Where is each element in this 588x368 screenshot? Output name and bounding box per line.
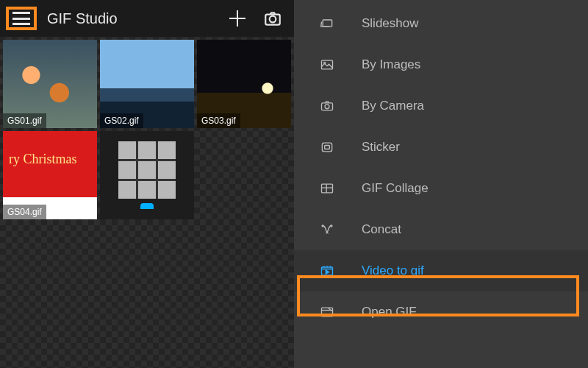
svg-rect-8 [325, 146, 330, 149]
collage-grid-icon [118, 141, 176, 199]
menu-item-label: By Camera [362, 99, 424, 113]
svg-point-6 [325, 105, 329, 109]
menu-item-video-to-gif[interactable]: Video to gif [294, 250, 588, 291]
menu-item-sticker[interactable]: Sticker [294, 127, 588, 168]
menu-item-by-camera[interactable]: By Camera [294, 85, 588, 127]
thumbnail-filename: GS02.gif [100, 113, 143, 128]
concat-icon [318, 222, 337, 238]
menu-item-by-images[interactable]: By Images [294, 44, 588, 85]
menu-item-open-gif[interactable]: Open GIF [294, 291, 588, 333]
menu-item-label: Sticker [362, 140, 400, 155]
open-icon [318, 304, 337, 320]
svg-rect-7 [322, 143, 331, 152]
hamburger-icon[interactable] [12, 12, 30, 25]
video-icon [318, 263, 337, 279]
thumbnail-filename: GS01.gif [3, 113, 46, 128]
svg-point-10 [322, 225, 323, 227]
collage-icon [318, 180, 337, 197]
svg-point-11 [331, 225, 332, 227]
thumbnail[interactable]: GS03.gif [197, 40, 291, 128]
menu-item-slideshow[interactable]: Slideshow [294, 3, 588, 44]
create-menu-panel: Slideshow By Images By Camera [294, 0, 588, 368]
add-icon[interactable] [228, 9, 247, 28]
thumbnail[interactable] [100, 131, 194, 219]
menu-item-concat[interactable]: Concat [294, 209, 588, 250]
menu-item-label: GIF Collage [362, 181, 429, 196]
images-icon [318, 57, 337, 73]
menu-highlight [6, 7, 37, 30]
sticker-icon [318, 139, 337, 155]
indicator-icon [140, 203, 154, 209]
thumbnail[interactable]: GS01.gif [3, 40, 97, 128]
svg-rect-9 [322, 184, 333, 193]
svg-rect-2 [323, 20, 332, 26]
svg-rect-13 [322, 308, 333, 316]
thumbnail[interactable]: GS02.gif [100, 40, 194, 128]
menu-item-label: Slideshow [362, 16, 419, 31]
menu-item-label: Concat [362, 222, 401, 237]
thumbnail[interactable]: ry Christmas GS04.gif [3, 131, 97, 219]
thumbnail-filename: GS03.gif [197, 113, 240, 128]
menu-item-label: By Images [362, 57, 420, 72]
app-title: GIF Studio [47, 10, 218, 27]
slideshow-icon [318, 15, 337, 32]
menu-item-label: Open GIF [362, 305, 417, 319]
gallery-panel: GIF Studio GS01.gif GS02.gif GS03.gif ry… [0, 0, 294, 368]
thumbnail-filename: GS04.gif [3, 205, 46, 219]
thumbnail-overlay-text: ry Christmas [9, 152, 77, 167]
camera-icon [318, 98, 337, 114]
thumbnail-grid: GS01.gif GS02.gif GS03.gif ry Christmas … [0, 37, 294, 368]
top-actions [228, 9, 282, 28]
menu-item-gif-collage[interactable]: GIF Collage [294, 168, 588, 209]
svg-point-1 [270, 16, 276, 23]
menu-item-label: Video to gif [362, 263, 424, 278]
camera-icon[interactable] [263, 9, 282, 28]
top-bar: GIF Studio [0, 0, 294, 37]
